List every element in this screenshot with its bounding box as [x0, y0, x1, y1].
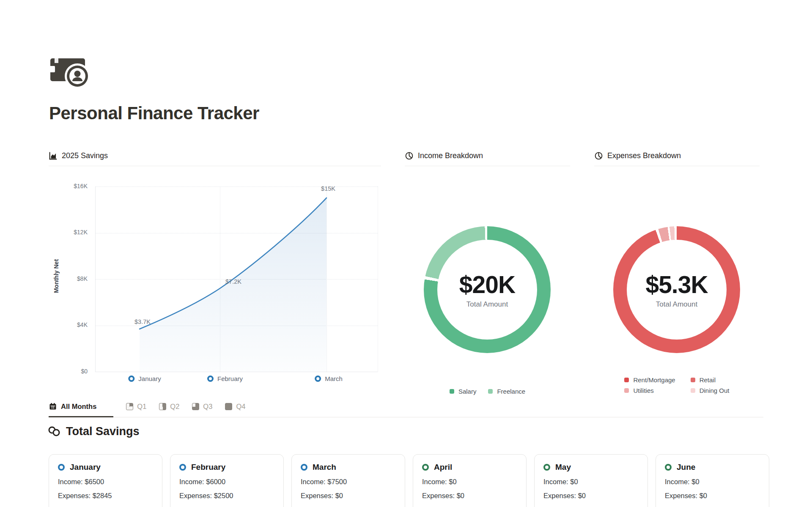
month-card-april[interactable]: April Income: $0 Expenses: $0 Net: $0 [413, 454, 527, 507]
point-marker-icon [128, 375, 134, 382]
income-panel-header: Income Breakdown [405, 151, 570, 166]
income-donut-center: $20K Total Amount [437, 240, 537, 340]
month-name: June [677, 463, 695, 472]
expenses-line: Expenses: $0 [422, 492, 517, 500]
tab-q1[interactable]: Q1 [126, 403, 146, 417]
tab-all-months[interactable]: All Months [49, 402, 113, 417]
income-total-value: $20K [459, 271, 515, 299]
legend-item-freelance[interactable]: Freelance [488, 388, 525, 395]
x-label-text: March [325, 375, 343, 382]
legend-item-retail[interactable]: Retail [691, 376, 730, 384]
point-marker-icon [315, 375, 321, 382]
month-name: April [434, 463, 452, 472]
income-line: Income: $0 [543, 478, 639, 486]
salary-swatch-icon [450, 389, 454, 394]
tab-q4[interactable]: Q4 [225, 403, 245, 417]
area-chart-icon [49, 151, 58, 160]
expenses-breakdown-panel: Expenses Breakdown $5.3K Total Amount Re… [594, 151, 760, 397]
page-title: Personal Finance Tracker [49, 103, 259, 123]
tab-label: Q4 [236, 403, 245, 411]
income-breakdown-panel: Income Breakdown $20K Total Amount Salar… [405, 151, 570, 397]
savings-panel-title: 2025 Savings [62, 151, 108, 160]
expenses-donut-center: $5.3K Total Amount [627, 240, 727, 340]
expenses-line: Expenses: $0 [665, 492, 760, 500]
total-savings-title: Total Savings [66, 425, 140, 438]
income-line: Income: $0 [422, 478, 517, 486]
expenses-line: Expenses: $2845 [58, 492, 153, 500]
expenses-line: Expenses: $0 [543, 492, 639, 500]
expenses-donut-chart: $5.3K Total Amount Rent/Mortgage Retail … [594, 166, 760, 397]
legend-label: Utilities [633, 387, 653, 394]
coins-icon [48, 426, 61, 437]
tab-label: Q1 [137, 403, 146, 411]
expenses-panel-header: Expenses Breakdown [594, 151, 760, 166]
tab-q3[interactable]: Q3 [192, 403, 212, 417]
quarter-2-icon [159, 403, 166, 410]
tab-label: Q3 [203, 403, 212, 411]
data-label: $7.2K [225, 278, 241, 285]
data-label: $15K [321, 185, 335, 192]
x-label-march: March [315, 375, 343, 382]
x-label-text: January [138, 375, 161, 382]
legend-item-salary[interactable]: Salary [450, 388, 477, 395]
money-icon [49, 54, 93, 90]
expenses-panel-title: Expenses Breakdown [607, 151, 681, 160]
quarter-4-icon [225, 403, 232, 410]
legend-label: Freelance [497, 388, 525, 395]
utilities-swatch-icon [624, 388, 629, 393]
month-name: March [313, 463, 336, 472]
calendar-icon [49, 402, 57, 411]
x-label-january: January [128, 375, 161, 382]
point-marker-icon [207, 375, 214, 382]
y-tick: $4K [49, 321, 88, 328]
legend-item-utilities[interactable]: Utilities [624, 387, 675, 394]
legend-label: Retail [700, 376, 716, 384]
legend-label: Salary [458, 388, 477, 395]
pie-chart-icon [405, 151, 414, 160]
legend-item-dining[interactable]: Dining Out [691, 387, 730, 394]
month-card-february[interactable]: February Income: $6000 Expenses: $2500 N… [170, 454, 284, 507]
x-axis-line [95, 372, 378, 372]
y-tick: $12K [49, 229, 88, 236]
tab-label: All Months [61, 403, 96, 411]
month-marker-icon [58, 464, 65, 471]
tab-label: Q2 [170, 403, 179, 411]
savings-panel-header: 2025 Savings [49, 151, 381, 166]
month-name: February [191, 463, 225, 472]
income-donut: $20K Total Amount [424, 226, 551, 353]
income-total-label: Total Amount [466, 300, 508, 309]
income-donut-chart: $20K Total Amount Salary Freelance [405, 166, 570, 397]
expenses-legend: Rent/Mortgage Retail Utilities Dining Ou… [594, 376, 760, 394]
expenses-line: Expenses: $2500 [179, 492, 274, 500]
expenses-total-value: $5.3K [645, 271, 708, 299]
quarter-3-icon [192, 403, 199, 410]
freelance-swatch-icon [488, 389, 493, 394]
quarter-1-icon [126, 403, 133, 410]
income-panel-title: Income Breakdown [418, 151, 483, 160]
rent-swatch-icon [624, 378, 629, 382]
expenses-donut: $5.3K Total Amount [613, 226, 740, 353]
dining-swatch-icon [691, 388, 695, 393]
expenses-total-label: Total Amount [656, 300, 697, 309]
month-card-may[interactable]: May Income: $0 Expenses: $0 Net: $0 [534, 454, 648, 507]
finance-tracker-page: Personal Finance Tracker 2025 Savings Mo… [0, 0, 812, 507]
income-line: Income: $0 [665, 478, 760, 486]
month-card-march[interactable]: March Income: $7500 Expenses: $0 Net: $7… [291, 454, 405, 507]
legend-item-rent[interactable]: Rent/Mortgage [624, 376, 675, 384]
month-marker-icon [179, 464, 186, 471]
month-marker-icon [665, 464, 672, 471]
total-savings-header: Total Savings [48, 425, 140, 438]
month-card-january[interactable]: January Income: $6500 Expenses: $2845 Ne… [49, 454, 162, 507]
month-card-june[interactable]: June Income: $0 Expenses: $0 Net: $0 [656, 454, 769, 507]
tab-q2[interactable]: Q2 [159, 403, 179, 417]
gridline [378, 186, 378, 372]
y-tick: $16K [49, 183, 88, 189]
income-line: Income: $7500 [301, 478, 396, 486]
month-name: January [70, 463, 101, 472]
month-name: May [555, 463, 571, 472]
y-tick: $0 [49, 368, 88, 375]
data-label: $3.7K [134, 318, 151, 325]
retail-swatch-icon [691, 378, 695, 382]
expenses-line: Expenses: $0 [301, 492, 396, 500]
savings-chart-panel: 2025 Savings Monthly Net $16K $12K $8K $… [49, 151, 381, 390]
